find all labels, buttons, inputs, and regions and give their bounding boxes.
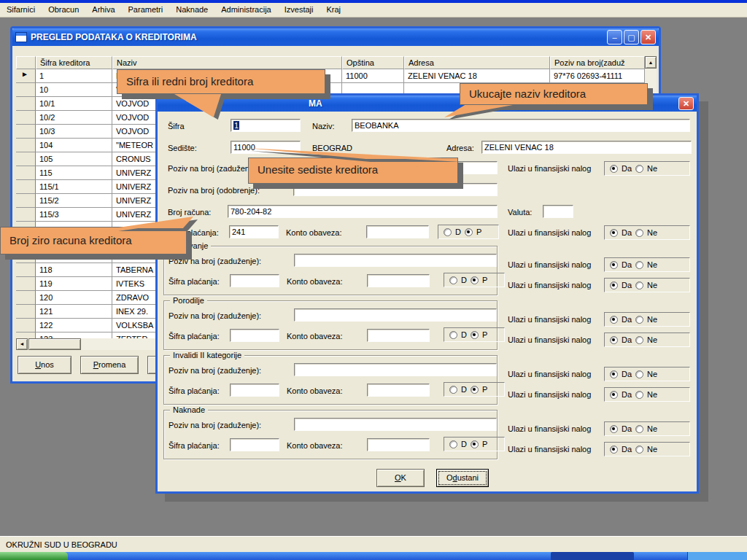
radio-d-icon[interactable] — [449, 276, 457, 284]
sifra-placanja-input[interactable] — [230, 438, 279, 451]
radio-d-icon[interactable] — [449, 331, 457, 339]
dialog-close-button[interactable]: ✕ — [678, 97, 694, 110]
da-ne-radio-group[interactable]: DaNe — [604, 421, 690, 436]
ok-button[interactable]: OK — [376, 469, 425, 487]
poziv-zad-label: Poziv na broj (zaduženje): — [169, 421, 261, 429]
table-cell: 118 — [36, 263, 112, 277]
d-p-radio-group[interactable]: DP — [444, 327, 505, 342]
radio-selected-p-icon[interactable] — [471, 331, 479, 339]
poziv-od-input[interactable] — [293, 183, 498, 196]
adresa-input[interactable]: ZELENI VENAC 18 — [481, 141, 692, 154]
d-p-radio-group[interactable]: DP — [444, 273, 505, 287]
d-p-radio-group[interactable]: DP — [444, 382, 505, 397]
radio-selected-da-icon[interactable] — [610, 391, 618, 399]
scroll-up-icon[interactable]: ▲ — [645, 56, 657, 69]
poziv-zad-input[interactable] — [294, 308, 497, 322]
radio-selected-p-icon[interactable] — [471, 276, 479, 284]
menu-item-izvestaji[interactable]: Izvestaji — [278, 3, 320, 17]
konto-obaveza-input[interactable] — [367, 329, 430, 342]
radio-selected-da-icon[interactable] — [610, 261, 618, 269]
da-ne-radio-group[interactable]: DaNe — [604, 257, 690, 272]
poziv-zad-input[interactable] — [294, 254, 497, 267]
scroll-left-icon[interactable]: ◄ — [16, 338, 28, 350]
konto-obaveza-input[interactable] — [367, 438, 430, 451]
menu-item-arhiva[interactable]: Arhiva — [85, 3, 121, 17]
radio-ne-icon[interactable] — [635, 165, 643, 173]
start-button[interactable] — [0, 552, 68, 560]
poziv-zad-input[interactable] — [294, 363, 497, 376]
da-ne-radio-group[interactable]: DaNe — [604, 225, 690, 240]
window-titlebar[interactable]: PREGLED PODATAKA O KREDITORIMA – ▢ ✕ — [12, 28, 659, 46]
table-row[interactable]: ►1BEOBANKA11000ZELENI VENAC 1897*76 0269… — [16, 69, 645, 83]
sifra-placanja-input[interactable] — [230, 384, 279, 397]
valuta-input[interactable] — [543, 205, 573, 218]
menu-item-administracija[interactable]: Administracija — [214, 3, 277, 17]
table-cell: 10/2 — [36, 111, 112, 125]
radio-selected-p-icon[interactable] — [471, 386, 479, 394]
d-p-radio-group[interactable]: DP — [438, 225, 499, 239]
cancel-button[interactable]: Odustani — [436, 469, 489, 487]
promena-button[interactable]: Promena — [80, 356, 139, 374]
radio-d-icon[interactable] — [449, 386, 457, 394]
konto-obaveza-label: Konto obaveza: — [287, 386, 342, 395]
menu-item-sifarnici[interactable]: Sifarnici — [0, 3, 42, 17]
sifra-placanja-input[interactable]: 241 — [229, 225, 279, 238]
radio-selected-da-icon[interactable] — [610, 316, 618, 324]
da-ne-radio-group[interactable]: DaNe — [604, 387, 690, 402]
konto-obaveza-input[interactable] — [366, 225, 429, 238]
radio-d-icon[interactable] — [449, 440, 457, 448]
da-ne-radio-group[interactable]: DaNe — [604, 367, 690, 381]
d-p-radio-group[interactable]: DP — [444, 437, 505, 451]
radio-ne-icon[interactable] — [635, 261, 643, 269]
radio-ne-icon[interactable] — [635, 370, 643, 378]
poziv-zad-input[interactable] — [294, 418, 497, 431]
da-ne-radio-group[interactable]: DaNe — [604, 442, 690, 456]
da-ne-radio-group[interactable]: DaNe — [604, 161, 690, 176]
konto-obaveza-input[interactable] — [367, 384, 430, 397]
radio-ne-icon[interactable] — [635, 229, 643, 237]
da-ne-radio-group[interactable]: DaNe — [604, 312, 690, 327]
column-header[interactable]: Opština — [342, 56, 404, 69]
broj-racuna-input[interactable]: 780-204-82 — [228, 205, 498, 218]
radio-ne-icon[interactable] — [635, 446, 643, 454]
radio-selected-da-icon[interactable] — [610, 165, 618, 173]
maximize-button[interactable]: ▢ — [624, 30, 639, 44]
column-header[interactable]: Poziv na broj(zaduž — [550, 56, 645, 69]
radio-ne-icon[interactable] — [635, 425, 643, 433]
menu-item-obracun[interactable]: Obracun — [42, 3, 85, 17]
radio-selected-da-icon[interactable] — [610, 229, 618, 237]
unos-button[interactable]: Unos — [18, 356, 71, 374]
radio-d-icon[interactable] — [444, 228, 452, 236]
table-cell: 11000 — [342, 69, 404, 83]
radio-selected-da-icon[interactable] — [610, 336, 618, 344]
naziv-input[interactable]: BEOBANKA — [352, 119, 690, 132]
column-header[interactable]: Naziv — [112, 56, 342, 69]
table-cell: 10/3 — [36, 125, 112, 139]
radio-ne-icon[interactable] — [635, 336, 643, 344]
sifra-input[interactable]: 1 — [231, 119, 301, 132]
taskbar-task-button[interactable] — [551, 552, 634, 560]
radio-selected-p-icon[interactable] — [471, 440, 479, 448]
radio-ne-icon[interactable] — [635, 281, 643, 289]
menu-item-parametri[interactable]: Parametri — [122, 3, 170, 17]
sifra-placanja-input[interactable] — [230, 329, 279, 342]
radio-ne-icon[interactable] — [635, 391, 643, 399]
radio-selected-da-icon[interactable] — [610, 446, 618, 454]
da-ne-radio-group[interactable]: DaNe — [604, 278, 690, 292]
column-header[interactable]: Šifra kreditora — [36, 56, 112, 69]
column-header[interactable]: Adresa — [404, 56, 550, 69]
scrollbar-thumb[interactable] — [28, 338, 81, 350]
radio-ne-icon[interactable] — [635, 316, 643, 324]
konto-obaveza-input[interactable] — [367, 274, 430, 287]
radio-selected-da-icon[interactable] — [610, 281, 618, 289]
radio-selected-p-icon[interactable] — [465, 228, 473, 236]
radio-selected-da-icon[interactable] — [610, 370, 618, 378]
close-button[interactable]: ✕ — [640, 30, 656, 44]
callout-ziro-racun: Broj ziro racuna kreditora — [0, 227, 187, 254]
da-ne-radio-group[interactable]: DaNe — [604, 332, 690, 347]
menu-item-kraj[interactable]: Kraj — [320, 3, 347, 17]
menu-item-naknade[interactable]: Naknade — [169, 3, 214, 17]
radio-selected-da-icon[interactable] — [610, 425, 618, 433]
minimize-button[interactable]: – — [607, 30, 622, 44]
sifra-placanja-input[interactable] — [230, 274, 279, 287]
